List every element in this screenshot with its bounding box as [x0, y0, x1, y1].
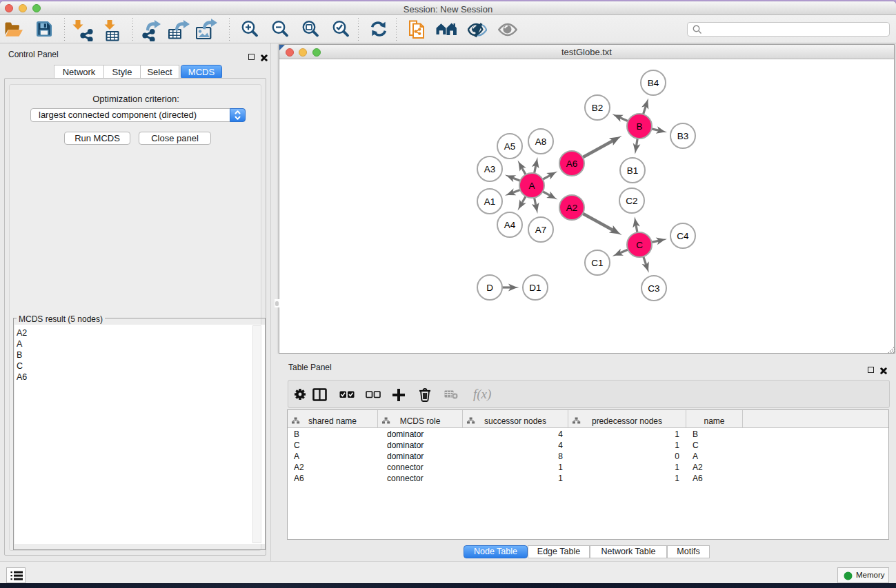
svg-text:D1: D1 — [529, 283, 541, 293]
svg-text:B2: B2 — [592, 103, 604, 113]
svg-text:A: A — [528, 181, 535, 191]
svg-text:C3: C3 — [648, 283, 659, 294]
svg-text:C: C — [636, 240, 643, 250]
svg-text:A7: A7 — [535, 225, 547, 235]
svg-text:A2: A2 — [566, 203, 578, 213]
svg-text:D: D — [486, 283, 493, 293]
svg-text:B3: B3 — [677, 131, 689, 141]
svg-text:A4: A4 — [504, 220, 516, 230]
svg-text:A3: A3 — [484, 164, 496, 174]
svg-text:B1: B1 — [627, 165, 639, 176]
svg-text:C4: C4 — [677, 231, 689, 241]
svg-text:B: B — [636, 121, 642, 132]
svg-text:C1: C1 — [591, 258, 603, 268]
svg-text:B4: B4 — [648, 78, 659, 88]
svg-text:A8: A8 — [535, 136, 547, 147]
svg-text:A6: A6 — [566, 159, 578, 169]
svg-text:A5: A5 — [504, 141, 516, 152]
svg-text:C2: C2 — [626, 196, 637, 206]
svg-text:A1: A1 — [484, 196, 496, 207]
